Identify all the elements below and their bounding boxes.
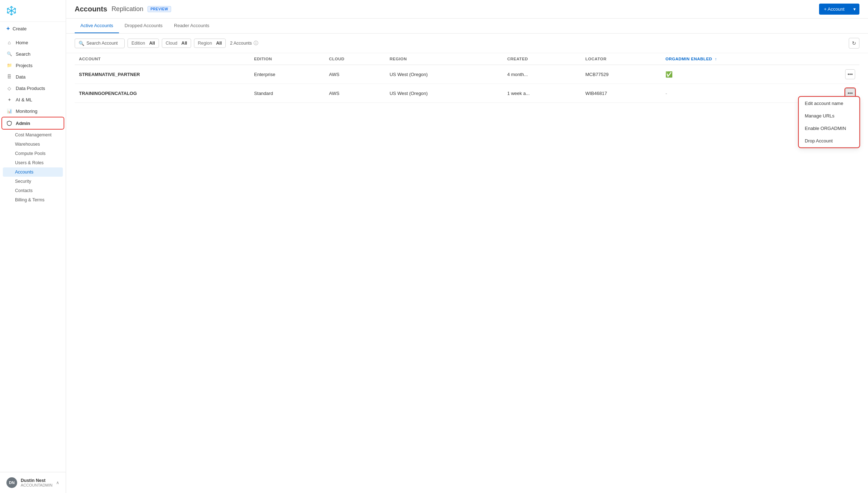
region-cell: US West (Oregon)	[385, 84, 503, 103]
region-label: Region	[198, 41, 212, 46]
user-info: Dustin Nest ACCOUNTADMIN	[21, 478, 53, 487]
chevron-up-icon[interactable]: ∧	[56, 480, 59, 485]
sidebar-item-label: Monitoring	[16, 109, 38, 114]
edition-filter[interactable]: Edition All	[128, 39, 159, 48]
preview-badge: PREVIEW	[148, 6, 171, 12]
sidebar-item-label: Projects	[16, 63, 33, 68]
info-icon[interactable]: ⓘ	[254, 40, 258, 46]
sidebar-item-data-products[interactable]: ◇ Data Products	[0, 82, 66, 94]
sidebar-item-projects[interactable]: 📁 Projects	[0, 60, 66, 71]
account-name-cell: TRAININGOPENCATALOG	[75, 84, 250, 103]
locator-cell: WIB46817	[581, 84, 661, 103]
sidebar-item-data[interactable]: 🗄 Data	[0, 71, 66, 82]
home-icon: ⌂	[6, 40, 12, 45]
edition-value: All	[149, 41, 155, 46]
sidebar-item-label: Data	[16, 74, 25, 80]
sparkle-icon: ✦	[6, 97, 12, 102]
search-account-box[interactable]: 🔍 Search Account	[75, 39, 125, 48]
sidebar-nav: ⌂ Home 🔍 Search 📁 Projects 🗄 Data ◇ Data…	[0, 35, 66, 472]
created-cell: 1 week a...	[503, 84, 581, 103]
actions-cell: ••• Edit account name Manage URLs Enable…	[813, 84, 859, 103]
sidebar-item-label: Home	[16, 40, 28, 45]
dropdown-enable-orgadmin[interactable]: Enable ORGADMIN	[799, 122, 859, 135]
logo-area	[0, 0, 66, 22]
add-account-button-label: + Account	[819, 4, 849, 15]
col-region: REGION	[385, 53, 503, 65]
sidebar-item-search[interactable]: 🔍 Search	[0, 48, 66, 60]
cloud-label: Cloud	[166, 41, 178, 46]
add-account-button[interactable]: + Account ▾	[819, 4, 859, 15]
sidebar-item-admin[interactable]: Admin	[2, 117, 64, 129]
sidebar-item-ai-ml[interactable]: ✦ AI & ML	[0, 94, 66, 105]
folder-icon: 📁	[6, 62, 12, 68]
filters-bar: 🔍 Search Account Edition All Cloud All R…	[66, 34, 868, 53]
refresh-button[interactable]: ↻	[849, 38, 859, 49]
sidebar-item-label: Data Products	[16, 86, 45, 91]
table-row: STREAMNATIVE_PARTNER Enterprise AWS US W…	[75, 65, 859, 84]
sidebar-item-home[interactable]: ⌂ Home	[0, 37, 66, 48]
page-title: Accounts	[75, 5, 107, 13]
accounts-count: 2 Accounts ⓘ	[230, 40, 258, 46]
create-label: Create	[13, 26, 26, 31]
tab-active-accounts[interactable]: Active Accounts	[75, 19, 119, 33]
database-icon: 🗄	[6, 74, 12, 80]
subnav-users-roles[interactable]: Users & Roles	[0, 158, 66, 167]
accounts-table: ACCOUNT EDITION CLOUD REGION CREATED LOC…	[75, 53, 859, 103]
topbar: Accounts Replication PREVIEW + Account ▾	[66, 0, 868, 19]
col-orgadmin[interactable]: ORGADMIN ENABLED ↑	[661, 53, 813, 65]
col-edition: EDITION	[250, 53, 325, 65]
search-placeholder: Search Account	[86, 41, 118, 46]
sidebar-item-label: AI & ML	[16, 97, 32, 102]
subnav-security[interactable]: Security	[0, 177, 66, 186]
cloud-cell: AWS	[325, 84, 385, 103]
plus-icon: +	[6, 25, 10, 32]
row-more-button[interactable]: •••	[845, 69, 855, 79]
page-title-area: Accounts Replication PREVIEW	[75, 5, 171, 13]
subnav-billing-terms[interactable]: Billing & Terms	[0, 195, 66, 205]
edition-cell: Enterprise	[250, 65, 325, 84]
user-name: Dustin Nest	[21, 478, 53, 483]
dropdown-drop-account[interactable]: Drop Account	[799, 135, 859, 147]
shield-icon	[6, 120, 12, 126]
sidebar-item-label: Search	[16, 51, 30, 57]
edition-label: Edition	[131, 41, 145, 46]
sort-arrow-icon: ↑	[715, 57, 717, 61]
subnav-warehouses[interactable]: Warehouses	[0, 140, 66, 149]
accounts-count-value: 2 Accounts	[230, 41, 252, 46]
user-footer: DN Dustin Nest ACCOUNTADMIN ∧	[0, 472, 66, 493]
locator-cell: MCB77529	[581, 65, 661, 84]
user-role: ACCOUNTADMIN	[21, 483, 53, 487]
tab-reader-accounts[interactable]: Reader Accounts	[168, 19, 215, 33]
actions-cell: •••	[813, 65, 859, 84]
region-filter[interactable]: Region All	[194, 39, 226, 48]
subnav-contacts[interactable]: Contacts	[0, 186, 66, 195]
col-created: CREATED	[503, 53, 581, 65]
dropdown-edit-account-name[interactable]: Edit account name	[799, 97, 859, 110]
orgadmin-cell: -	[661, 84, 813, 103]
col-locator: LOCATOR	[581, 53, 661, 65]
created-cell: 4 month...	[503, 65, 581, 84]
col-account: ACCOUNT	[75, 53, 250, 65]
add-account-dropdown-arrow[interactable]: ▾	[850, 4, 859, 15]
row-actions-dropdown: Edit account name Manage URLs Enable ORG…	[799, 97, 859, 147]
sidebar-item-monitoring[interactable]: 📊 Monitoring	[0, 105, 66, 117]
region-value: All	[216, 41, 222, 46]
tab-dropped-accounts[interactable]: Dropped Accounts	[119, 19, 168, 33]
table-area: ACCOUNT EDITION CLOUD REGION CREATED LOC…	[66, 53, 868, 493]
table-row: TRAININGOPENCATALOG Standard AWS US West…	[75, 84, 859, 103]
col-actions	[813, 53, 859, 65]
search-icon-small: 🔍	[79, 41, 84, 46]
orgadmin-cell: ✅	[661, 65, 813, 84]
subnav-accounts[interactable]: Accounts	[3, 167, 63, 177]
region-cell: US West (Oregon)	[385, 65, 503, 84]
create-button[interactable]: + Create	[0, 22, 66, 35]
subnav-compute-pools[interactable]: Compute Pools	[0, 149, 66, 158]
cloud-cell: AWS	[325, 65, 385, 84]
chart-icon: 📊	[6, 108, 12, 114]
cloud-filter[interactable]: Cloud All	[162, 39, 191, 48]
avatar: DN	[6, 477, 17, 488]
sidebar-item-label: Admin	[16, 121, 30, 126]
subnav-cost-management[interactable]: Cost Management	[0, 130, 66, 140]
dropdown-manage-urls[interactable]: Manage URLs	[799, 110, 859, 122]
sidebar: + Create ⌂ Home 🔍 Search 📁 Projects 🗄 Da…	[0, 0, 66, 493]
